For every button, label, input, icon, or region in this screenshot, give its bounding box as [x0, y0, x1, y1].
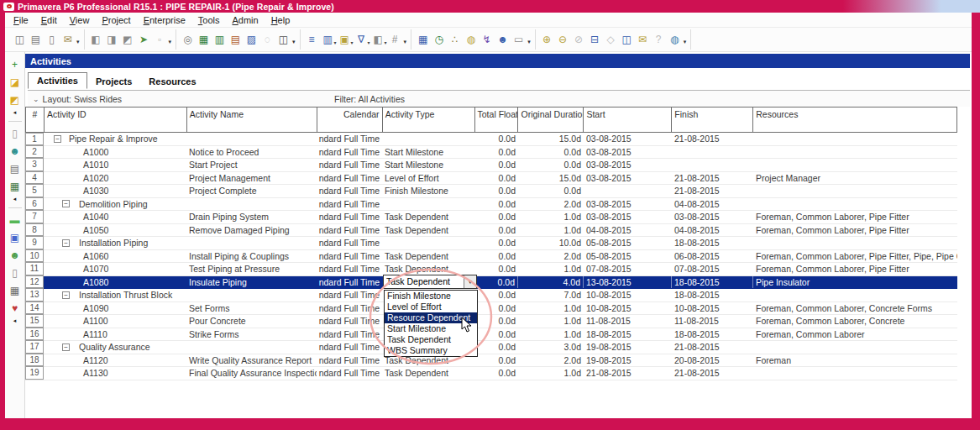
zoom-fit-icon[interactable]: ⊘	[571, 32, 587, 48]
pill-icon[interactable]: ▬	[8, 212, 23, 227]
table-row[interactable]: 2A1000Notice to Proceedndard Full TimeSt…	[25, 146, 957, 160]
toolbar-overflow-caret-icon[interactable]: ▾	[76, 39, 80, 45]
print-icon[interactable]: ▤	[28, 32, 44, 48]
tab-projects[interactable]: Projects	[87, 74, 140, 89]
column-header-res[interactable]: Resources	[753, 108, 957, 132]
sidebar-collapse-caret-icon[interactable]: ◂	[13, 109, 17, 116]
table-row[interactable]: 19A1130Final Quality Assurance Inspectio…	[25, 367, 957, 380]
table-row[interactable]: 3A1010Start Projectndard Full TimeStart …	[25, 159, 957, 172]
activity-details-icon[interactable]: ▭	[511, 32, 527, 48]
column-header-cal[interactable]: Calendar	[317, 108, 383, 132]
table-row[interactable]: 16A1110Strike Formsndard Full Time0.0d1.…	[25, 328, 957, 342]
table-row[interactable]: 13−Installation Thrust Blockndard Full T…	[25, 289, 957, 302]
cubes-icon[interactable]: ▣	[8, 230, 23, 244]
table-row[interactable]: 5A1030Project Completendard Full TimeFin…	[25, 185, 957, 198]
table-row[interactable]: 18A1120Write Quality Assurance Reportnda…	[25, 354, 957, 368]
tab-activities[interactable]: Activities	[28, 72, 87, 89]
collapse-minus-icon[interactable]: −	[62, 343, 70, 351]
page-next-icon[interactable]: ◨	[104, 32, 120, 48]
collapse-minus-icon[interactable]: −	[62, 291, 70, 299]
find-activity-icon[interactable]: ◎	[180, 32, 196, 48]
combobox-dropdown-button[interactable]: ▼	[464, 275, 476, 288]
dropdown-option[interactable]: Finish Milestone	[385, 291, 477, 302]
toolbar-overflow-caret-icon[interactable]: ▾	[684, 39, 687, 45]
table-row[interactable]: 12A1080Insulate Pipingndard Full Time0.0…	[25, 276, 957, 290]
table-row[interactable]: 7A1040Drain Piping Systemndard Full Time…	[25, 211, 957, 224]
activity-table-icon[interactable]: ▦	[196, 32, 212, 48]
sidebar-collapse-caret-icon[interactable]: ◂	[13, 317, 17, 324]
activity-type-combobox[interactable]: Task Dependent ▼	[383, 275, 477, 289]
open-folder-icon[interactable]: ◪	[8, 75, 23, 89]
dropdown-option[interactable]: WBS Summary	[385, 345, 477, 356]
table-row[interactable]: 15A1100Pour Concretendard Full Time0.0d1…	[25, 315, 957, 328]
dropdown-option[interactable]: Task Dependent	[385, 334, 477, 345]
menu-item-edit[interactable]: Edit	[41, 15, 57, 25]
notebook-icon[interactable]: ▤	[8, 161, 23, 176]
help-icon[interactable]: ?	[651, 32, 667, 48]
column-header-id[interactable]: Activity ID	[45, 108, 187, 132]
add-icon[interactable]: +	[8, 57, 23, 71]
column-header-start[interactable]: Start	[584, 108, 672, 132]
relationships-icon[interactable]: ◌	[259, 32, 275, 48]
menu-item-tools[interactable]: Tools	[198, 15, 220, 25]
new-folder-icon[interactable]: ◩	[8, 92, 23, 107]
pointer-tool-icon[interactable]: ➤	[136, 32, 152, 48]
line-numbers-icon[interactable]: #	[387, 32, 403, 48]
spreadsheet-icon[interactable]: ▦	[415, 32, 431, 48]
column-header-name[interactable]: Activity Name	[187, 108, 317, 132]
blank-page-icon[interactable]: ▯	[8, 126, 23, 140]
split-vertical-icon[interactable]: ◫	[619, 32, 635, 48]
collapse-minus-icon[interactable]: −	[62, 200, 70, 207]
layout-options-bar[interactable]: ⌄ Layout: Swiss Rides Filter: All Activi…	[28, 90, 970, 107]
table-row[interactable]: 14A1090Set Formsndard Full Time0.0d1.0d1…	[25, 302, 957, 316]
online-help-icon[interactable]: ◍	[667, 32, 683, 48]
menu-item-project[interactable]: Project	[102, 15, 130, 25]
gantt-chart-icon[interactable]: ▤	[228, 32, 244, 48]
print-preview-icon[interactable]: ◫	[12, 32, 28, 48]
menu-item-file[interactable]: File	[13, 15, 29, 25]
schedule-f9-icon[interactable]: ↯	[479, 32, 495, 48]
chart-report-icon[interactable]: ▦	[8, 179, 23, 193]
table-row[interactable]: 4A1020Project Managementndard Full TimeL…	[25, 172, 957, 186]
page-prev-icon[interactable]: ◧	[88, 32, 104, 48]
apple-icon[interactable]: ♥	[8, 301, 23, 315]
column-header-finish[interactable]: Finish	[672, 108, 753, 132]
table-row[interactable]: 6−Demolition Pipingndard Full Time0.0d2.…	[25, 198, 957, 212]
publish-icon[interactable]: ✉	[60, 32, 76, 48]
column-header-dur[interactable]: Original Duration	[518, 108, 584, 132]
split-horizontal-icon[interactable]: ⊟	[587, 32, 603, 48]
assign-resources-icon[interactable]: ☻	[495, 32, 511, 48]
toolbar-overflow-caret-icon[interactable]: ▾	[292, 39, 296, 45]
toolbar-overflow-caret-icon[interactable]: ▾	[404, 39, 407, 45]
table-row[interactable]: 1−Pipe Repair & Improvendard Full Time0.…	[25, 133, 957, 146]
tab-resources[interactable]: Resources	[140, 74, 204, 89]
menu-item-enterprise[interactable]: Enterprise	[144, 15, 186, 25]
menu-item-admin[interactable]: Admin	[232, 15, 258, 25]
zoom-in-icon[interactable]: ⊕	[539, 32, 555, 48]
table-row[interactable]: 11A1070Test Piping at Pressurendard Full…	[25, 263, 957, 276]
resource-person-icon[interactable]: ☻	[8, 144, 23, 158]
notes-icon[interactable]: ✉	[635, 32, 651, 48]
menu-item-help[interactable]: Help	[271, 15, 291, 25]
collapse-minus-icon[interactable]: −	[62, 239, 70, 247]
level-resources-icon[interactable]: ∴	[447, 32, 463, 48]
zoom-out-icon[interactable]: ⊖	[555, 32, 571, 48]
column-header-type[interactable]: Activity Type	[383, 108, 475, 132]
collapse-minus-icon[interactable]: −	[54, 135, 61, 143]
resource-usage-icon[interactable]: ▨	[244, 32, 259, 48]
menu-item-view[interactable]: View	[70, 15, 90, 25]
document-icon[interactable]: ▯	[8, 265, 23, 280]
column-header-num[interactable]: #	[26, 108, 45, 132]
table-row[interactable]: 8A1050Remove Damaged Pipingndard Full Ti…	[25, 224, 957, 238]
toolbar-overflow-caret-icon[interactable]: ▾	[527, 39, 531, 45]
page-break-icon[interactable]: ◩	[120, 32, 136, 48]
person-green-icon[interactable]: ☻	[8, 248, 23, 262]
schedule-clock-icon[interactable]: ◷	[431, 32, 447, 48]
activity-usage-icon[interactable]: ▥	[212, 32, 228, 48]
trace-logic-icon[interactable]: ◫	[275, 32, 291, 48]
dropdown-option[interactable]: Level of Effort	[385, 302, 477, 312]
global-change-icon[interactable]: ◍	[463, 32, 479, 48]
calculator-icon[interactable]: ▦	[8, 283, 23, 297]
sidebar-collapse-caret-icon[interactable]: ◂	[13, 196, 17, 202]
page-setup-icon[interactable]: ▯	[44, 32, 60, 48]
